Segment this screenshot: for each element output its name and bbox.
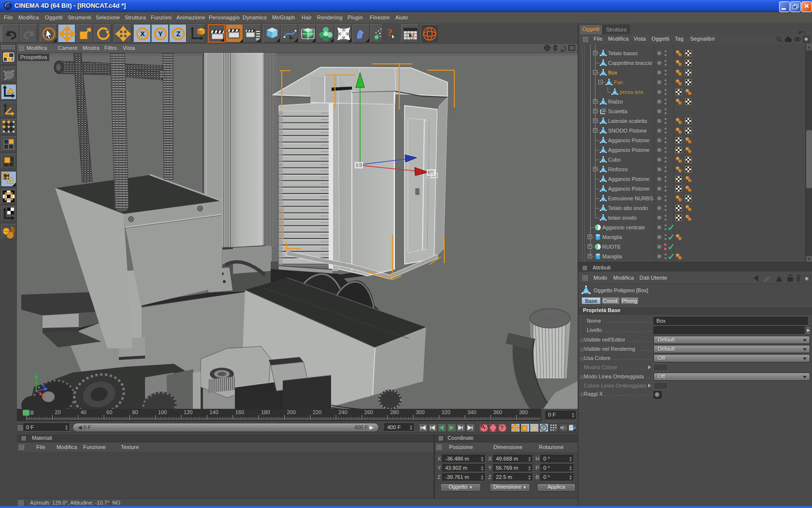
svg-text:220: 220: [313, 409, 321, 415]
svg-text:P: P: [542, 425, 546, 431]
svg-text:180: 180: [261, 409, 270, 415]
svg-text:260: 260: [364, 409, 373, 415]
svg-text:Z: Z: [43, 383, 45, 388]
svg-text:160: 160: [235, 409, 244, 415]
svg-text:60: 60: [106, 409, 112, 415]
svg-text:Z: Z: [176, 30, 181, 38]
svg-text:100: 100: [158, 409, 167, 415]
svg-text:?: ?: [500, 425, 504, 431]
svg-text:140: 140: [209, 409, 218, 415]
svg-text:340: 340: [467, 409, 476, 415]
svg-text:X: X: [140, 30, 145, 38]
svg-text:280: 280: [390, 409, 399, 415]
svg-text:120: 120: [184, 409, 192, 415]
svg-text:Y: Y: [33, 372, 36, 376]
svg-text:0: 0: [30, 410, 33, 416]
svg-text:20: 20: [55, 409, 60, 415]
svg-text:200: 200: [287, 409, 296, 415]
svg-text:?: ?: [411, 33, 414, 41]
svg-text:X: X: [43, 395, 45, 400]
svg-text:380: 380: [519, 409, 528, 415]
svg-text:Y: Y: [158, 30, 163, 38]
svg-text:300: 300: [416, 409, 424, 415]
svg-text:320: 320: [442, 409, 450, 415]
svg-text:40: 40: [81, 409, 87, 415]
svg-text:240: 240: [338, 409, 347, 415]
svg-text:80: 80: [132, 409, 138, 415]
svg-text:360: 360: [493, 409, 502, 415]
